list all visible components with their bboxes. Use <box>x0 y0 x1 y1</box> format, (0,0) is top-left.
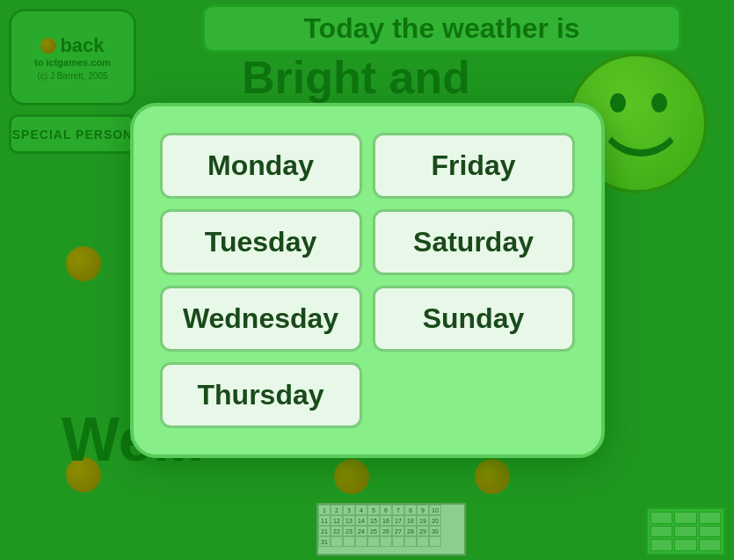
day-button-monday[interactable]: Monday <box>160 133 362 199</box>
days-grid: Monday Friday Tuesday Saturday Wednesday… <box>160 133 575 428</box>
day-button-saturday[interactable]: Saturday <box>373 209 575 275</box>
modal-overlay: Monday Friday Tuesday Saturday Wednesday… <box>0 0 734 560</box>
day-button-wednesday[interactable]: Wednesday <box>160 286 362 352</box>
days-modal: Monday Friday Tuesday Saturday Wednesday… <box>130 103 605 458</box>
day-button-sunday[interactable]: Sunday <box>373 286 575 352</box>
day-button-thursday[interactable]: Thursday <box>160 362 362 428</box>
day-button-tuesday[interactable]: Tuesday <box>160 209 362 275</box>
day-button-friday[interactable]: Friday <box>373 133 575 199</box>
